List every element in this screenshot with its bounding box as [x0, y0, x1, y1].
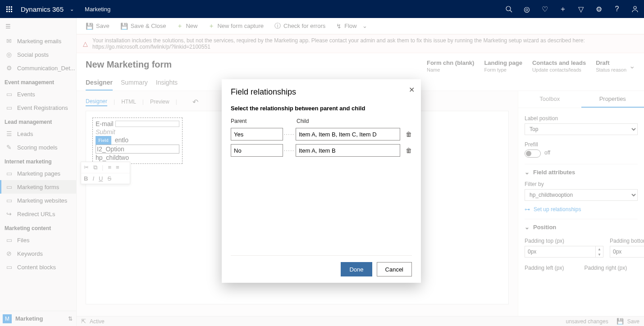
child-input[interactable] — [296, 128, 400, 140]
delete-icon[interactable]: 🗑 — [406, 147, 412, 154]
area-label[interactable]: Marketing — [85, 6, 110, 13]
brand-label[interactable]: Dynamics 365 — [18, 5, 66, 13]
filter-icon[interactable]: ▽ — [572, 5, 590, 14]
done-button[interactable]: Done — [341, 262, 372, 276]
dialog-title: Field relationships — [231, 87, 412, 97]
parent-input[interactable] — [231, 128, 283, 140]
chevron-down-icon[interactable]: ⌄ — [66, 6, 78, 12]
task-icon[interactable]: ◎ — [518, 5, 536, 14]
child-input[interactable] — [296, 144, 400, 157]
cancel-button[interactable]: Cancel — [377, 262, 412, 276]
lightbulb-icon[interactable]: ♡ — [536, 5, 554, 14]
link-dots-icon: ····· — [283, 148, 296, 153]
parent-header: Parent — [231, 118, 289, 124]
search-icon[interactable] — [500, 5, 518, 13]
gear-icon[interactable]: ⚙ — [590, 5, 608, 14]
global-topbar: Dynamics 365 ⌄ Marketing ◎ ♡ ＋ ▽ ⚙ ? — [0, 0, 644, 18]
svg-point-2 — [634, 6, 636, 9]
delete-icon[interactable]: 🗑 — [406, 131, 412, 138]
link-dots-icon: ····· — [283, 132, 296, 137]
plus-icon[interactable]: ＋ — [554, 5, 572, 14]
help-icon[interactable]: ? — [608, 5, 626, 13]
close-icon[interactable]: ✕ — [409, 86, 415, 94]
parent-input[interactable] — [231, 144, 283, 157]
relationship-row: ·····🗑 — [231, 144, 412, 157]
svg-line-1 — [510, 10, 512, 12]
field-relationships-dialog: ✕ Field relationships Select the relatio… — [222, 79, 421, 283]
app-launcher-icon[interactable] — [0, 6, 18, 12]
relationship-row: ·····🗑 — [231, 128, 412, 140]
dialog-subtitle: Select the relationship between parent a… — [231, 105, 412, 112]
child-header: Child — [297, 118, 400, 124]
svg-point-0 — [506, 6, 511, 11]
user-icon[interactable] — [626, 5, 644, 13]
